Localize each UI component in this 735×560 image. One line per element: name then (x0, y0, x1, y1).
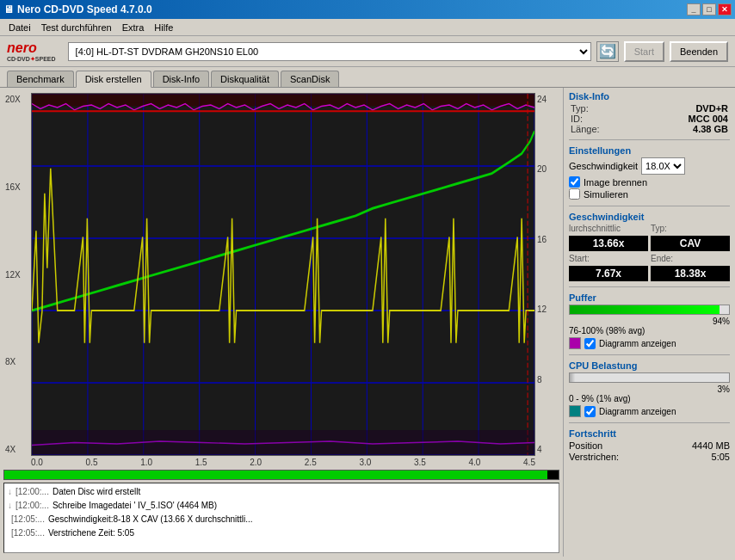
puffer-diag-checkbox[interactable] (584, 338, 596, 349)
start-value: 7.67x (569, 266, 648, 281)
simulieren-row: Simulieren (569, 188, 730, 200)
disk-typ-label: Typ: (571, 103, 589, 114)
titlebar: 🖥 Nero CD-DVD Speed 4.7.0.0 _ □ ✕ (0, 0, 735, 19)
tab-disk-info[interactable]: Disk-Info (153, 71, 209, 87)
log-text-3: Geschwindigkeit:8-18 X CAV (13.66 X durc… (48, 513, 253, 526)
menubar: Datei Test durchführen Extra Hilfe (0, 19, 735, 36)
y-right-12: 12 (537, 305, 558, 314)
titlebar-title-group: 🖥 Nero CD-DVD Speed 4.7.0.0 (3, 3, 152, 15)
cpu-diag-checkbox[interactable] (584, 406, 596, 417)
x-1.5: 1.5 (195, 458, 207, 467)
position-row: Position 4440 MB (569, 440, 730, 451)
chart-svg (32, 94, 534, 455)
puffer-percent: 94% (569, 317, 730, 326)
puffer-title: Puffer (569, 292, 730, 303)
log-time-4: [12:05:... (11, 526, 45, 540)
ende-value: 18.38x (651, 266, 730, 281)
verstrichen-value: 5:05 (712, 452, 730, 462)
start-button[interactable]: Start (624, 41, 664, 62)
log-icon-1: ↓ (8, 485, 12, 499)
x-3.5: 3.5 (414, 458, 426, 467)
puffer-diag-color (569, 337, 581, 349)
progress-bar-fill (4, 471, 547, 479)
y-axis-left: 20X 16X 12X 8X 4X (3, 93, 31, 456)
tab-scandisk[interactable]: ScanDisk (281, 71, 339, 87)
menu-datei[interactable]: Datei (3, 21, 36, 34)
y-right-20: 20 (537, 164, 558, 174)
speed-select[interactable]: 18.0X (641, 157, 685, 175)
svg-rect-0 (32, 94, 534, 455)
divider-3 (569, 286, 730, 287)
divider-4 (569, 354, 730, 355)
logo-nero: nero (7, 40, 56, 56)
cpu-section: CPU Belastung 3% 0 - 9% (1% avg) Diagram… (569, 360, 730, 417)
durchschnitt-label: lurchschnittlic (569, 224, 648, 233)
y-left-label-16: 16X (5, 182, 29, 192)
menu-test[interactable]: Test durchführen (36, 21, 117, 34)
x-4.0: 4.0 (469, 458, 481, 467)
geschwindigkeit-section: Geschwindigkeit lurchschnittlic Typ: 13.… (569, 212, 730, 281)
y-axis-right: 24 20 16 12 8 4 (535, 93, 559, 456)
x-2.5: 2.5 (305, 458, 317, 467)
tab-diskqualitat[interactable]: Diskqualität (211, 71, 279, 87)
tab-benchmark[interactable]: Benchmark (7, 71, 74, 87)
typ-value: CAV (651, 236, 730, 251)
image-brennen-checkbox[interactable] (569, 176, 580, 188)
disk-id-label: ID: (571, 114, 583, 124)
disk-laenge-label: Länge: (571, 124, 600, 134)
disk-id-value: MCC 004 (689, 114, 728, 124)
simulieren-checkbox[interactable] (569, 188, 580, 200)
cpu-diag-label: Diagramm anzeigen (599, 407, 676, 416)
drive-selector[interactable]: [4:0] HL-DT-ST DVDRAM GH20NS10 EL00 (68, 42, 591, 61)
cpu-diag-color (569, 405, 581, 417)
disk-typ-value: DVD+R (695, 103, 728, 114)
puffer-diag-row: Diagramm anzeigen (569, 337, 730, 349)
position-value: 4440 MB (692, 440, 730, 451)
app-title: Nero CD-DVD Speed 4.7.0.0 (17, 3, 152, 15)
log-line-4: [12:05:... Verstrichene Zeit: 5:05 (8, 526, 555, 540)
speed-row: Geschwindigkeit 18.0X (569, 157, 730, 175)
titlebar-buttons: _ □ ✕ (687, 3, 732, 15)
cpu-bar-fill (570, 373, 575, 382)
cpu-diag-row: Diagramm anzeigen (569, 405, 730, 417)
y-right-4: 4 (537, 445, 558, 454)
tab-bar: Benchmark Disk erstellen Disk-Info Diskq… (0, 67, 735, 88)
image-brennen-label: Image brennen (584, 177, 647, 188)
cpu-title: CPU Belastung (569, 360, 730, 371)
ende-label: Ende: (651, 254, 730, 263)
x-4.5: 4.5 (523, 458, 535, 467)
puffer-section: Puffer 94% 76-100% (98% avg) Diagramm an… (569, 292, 730, 349)
logo: nero CD·DVD✦SPEED (7, 40, 56, 63)
disk-laenge-value: 4.38 GB (693, 124, 728, 134)
y-left-label-12: 12X (5, 270, 29, 280)
log-time-2: [12:00:... (15, 499, 49, 513)
menu-extra[interactable]: Extra (117, 21, 150, 34)
x-axis: 0.0 0.5 1.0 1.5 2.0 2.5 3.0 3.5 4.0 4.5 (3, 456, 559, 467)
typ-label: Typ: (651, 224, 730, 233)
position-label: Position (569, 440, 602, 451)
progress-bar-container (3, 470, 559, 480)
einstellungen-title: Einstellungen (569, 145, 730, 156)
image-brennen-row: Image brennen (569, 176, 730, 188)
menu-hilfe[interactable]: Hilfe (149, 21, 178, 34)
end-button[interactable]: Beenden (670, 41, 728, 62)
x-0.0: 0.0 (31, 458, 43, 467)
log-line-1: ↓ [12:00:... Daten Disc wird erstellt (8, 485, 555, 499)
log-time-1: [12:00:... (15, 485, 49, 499)
maximize-button[interactable]: □ (702, 3, 716, 15)
cpu-bar-container (569, 372, 730, 383)
y-right-24: 24 (537, 95, 558, 104)
toolbar: nero CD·DVD✦SPEED [4:0] HL-DT-ST DVDRAM … (0, 36, 735, 67)
y-right-16: 16 (537, 235, 558, 244)
log-line-2: ↓ [12:00:... Schreibe Imagedatei ' IV_5.… (8, 499, 555, 513)
log-text-4: Verstrichene Zeit: 5:05 (48, 526, 134, 540)
logo-sub: CD·DVD✦SPEED (7, 56, 56, 63)
x-1.0: 1.0 (140, 458, 152, 467)
close-button[interactable]: ✕ (718, 3, 732, 15)
minimize-button[interactable]: _ (687, 3, 701, 15)
y-left-label-4: 4X (5, 445, 29, 454)
cpu-percent: 3% (569, 385, 730, 394)
refresh-icon-button[interactable]: 🔄 (596, 41, 619, 62)
disk-id-row: ID: MCC 004 (569, 114, 730, 124)
tab-disk-erstellen[interactable]: Disk erstellen (76, 71, 151, 88)
